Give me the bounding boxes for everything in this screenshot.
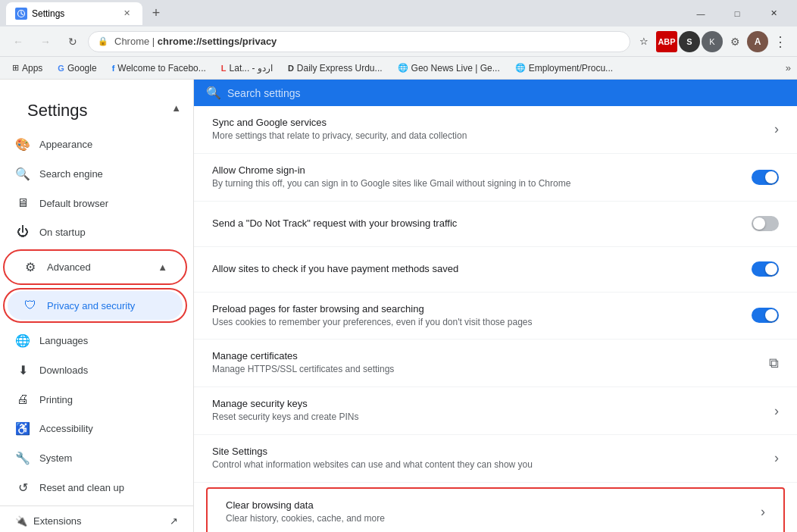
setting-donottrack[interactable]: Send a "Do Not Track" request with your …: [194, 202, 797, 247]
bookmark-facebook-label: Welcome to Facebo...: [117, 63, 206, 74]
setting-site-title: Site Settings: [212, 446, 762, 457]
setting-dnt-text: Send a "Do Not Track" request with your …: [212, 217, 739, 230]
forward-button[interactable]: →: [33, 30, 58, 54]
setting-site-text: Site Settings Control what information w…: [212, 446, 762, 471]
minimize-button[interactable]: —: [683, 0, 718, 27]
setting-signin-action[interactable]: [752, 170, 779, 185]
setting-sync[interactable]: Sync and Google services More settings t…: [194, 106, 797, 154]
sidebar-item-appearance[interactable]: 🎨 Appearance: [0, 130, 187, 159]
window-controls: — □ ✕: [683, 0, 791, 27]
setting-clear-text: Clear browsing data Clear history, cooki…: [226, 499, 749, 525]
tab-favicon: [15, 8, 27, 20]
setting-sync-text: Sync and Google services More settings t…: [212, 117, 762, 142]
ext-icon-1[interactable]: S: [679, 31, 700, 52]
back-button[interactable]: ←: [6, 30, 30, 54]
ext-icon-3[interactable]: ⚙: [724, 31, 745, 52]
facebook-icon: f: [112, 64, 115, 73]
sidebar-scroll-up[interactable]: ▲: [171, 102, 181, 114]
sidebar-item-search-engine[interactable]: 🔍 Search engine: [0, 159, 187, 189]
sidebar-system-label: System: [39, 452, 72, 464]
address-bar[interactable]: 🔒 Chrome | chrome://settings/privacy: [88, 31, 630, 52]
signin-toggle[interactable]: [752, 170, 779, 185]
extensions-external-icon: ↗: [170, 515, 178, 527]
setting-payment[interactable]: Allow sites to check if you have payment…: [194, 247, 797, 293]
settings-list: Sync and Google services More settings t…: [194, 106, 797, 532]
sidebar-title: Settings: [12, 89, 103, 127]
setting-certs-action[interactable]: ⧉: [769, 355, 779, 371]
sidebar: Settings ▲ 🎨 Appearance 🔍 Search engine …: [0, 80, 194, 532]
setting-sync-desc: More settings that relate to privacy, se…: [212, 130, 762, 142]
sidebar-startup-label: On startup: [39, 227, 86, 238]
profile-button[interactable]: A: [747, 31, 768, 52]
sidebar-item-system[interactable]: 🔧 System: [0, 443, 187, 473]
content-area: 🔍 Sync and Google services More settings…: [194, 80, 797, 532]
sidebar-extensions[interactable]: 🔌 Extensions ↗: [0, 505, 193, 532]
setting-payment-title: Allow sites to check if you have payment…: [212, 263, 739, 274]
advanced-icon: ⚙: [23, 260, 38, 274]
bookmark-icon[interactable]: ☆: [633, 31, 655, 52]
bookmark-facebook[interactable]: f Welcome to Facebo...: [106, 61, 212, 75]
setting-certificates[interactable]: Manage certificates Manage HTTPS/SSL cer…: [194, 340, 797, 387]
bookmark-employment[interactable]: 🌐 Employment/Procu...: [509, 61, 619, 75]
setting-site-action: ›: [774, 450, 779, 466]
sidebar-item-privacy[interactable]: 🛡 Privacy and security: [8, 291, 183, 320]
payment-toggle[interactable]: [752, 261, 779, 277]
preload-toggle[interactable]: [752, 308, 779, 323]
sidebar-item-downloads[interactable]: ⬇ Downloads: [0, 355, 187, 385]
maximize-button[interactable]: □: [720, 0, 755, 27]
setting-preload[interactable]: Preload pages for faster browsing and se…: [194, 293, 797, 340]
sidebar-accessibility-label: Accessibility: [39, 423, 93, 434]
setting-clear-browsing[interactable]: Clear browsing data Clear history, cooki…: [208, 489, 783, 532]
nav-bar: ← → ↻ 🔒 Chrome | chrome://settings/priva…: [0, 27, 797, 57]
setting-dnt-action[interactable]: [752, 216, 779, 231]
sidebar-appearance-label: Appearance: [39, 139, 92, 150]
setting-preload-action[interactable]: [752, 308, 779, 323]
bookmarks-bar: ⊞ Apps G Google f Welcome to Facebo... L…: [0, 57, 797, 80]
search-icon: 🔍: [206, 86, 221, 100]
setting-security-keys[interactable]: Manage security keys Reset security keys…: [194, 387, 797, 435]
sidebar-item-accessibility[interactable]: ♿ Accessibility: [0, 414, 187, 443]
printing-icon: 🖨: [15, 393, 30, 406]
setting-clear-title: Clear browsing data: [226, 499, 749, 511]
signin-toggle-thumb: [765, 171, 777, 183]
ext-icon-2[interactable]: K: [702, 31, 723, 52]
sidebar-item-on-startup[interactable]: ⏻ On startup: [0, 217, 187, 246]
bookmark-google[interactable]: G Google: [52, 61, 102, 75]
sidebar-item-printing[interactable]: 🖨 Printing: [0, 385, 187, 414]
main-layout: Settings ▲ 🎨 Appearance 🔍 Search engine …: [0, 80, 797, 532]
bookmarks-more-button[interactable]: »: [786, 62, 791, 74]
sidebar-downloads-label: Downloads: [39, 365, 88, 376]
bookmark-apps[interactable]: ⊞ Apps: [6, 61, 48, 75]
bookmark-lat[interactable]: L Lat... - اردو: [215, 61, 279, 75]
refresh-button[interactable]: ↻: [61, 30, 85, 54]
search-bar: 🔍: [194, 80, 797, 106]
tab-close-button[interactable]: ✕: [120, 7, 133, 20]
payment-toggle-thumb: [765, 263, 777, 275]
sidebar-item-default-browser[interactable]: 🖥 Default browser: [0, 189, 187, 217]
setting-preload-text: Preload pages for faster browsing and se…: [212, 303, 739, 329]
chrome-menu-button[interactable]: ⋮: [770, 31, 791, 52]
setting-site-settings[interactable]: Site Settings Control what information w…: [194, 435, 797, 483]
site-arrow-icon: ›: [774, 450, 779, 466]
dnt-toggle[interactable]: [752, 216, 779, 231]
setting-certs-text: Manage certificates Manage HTTPS/SSL cer…: [212, 350, 757, 376]
reset-icon: ↺: [15, 480, 30, 495]
close-button[interactable]: ✕: [756, 0, 791, 27]
active-tab[interactable]: Settings ✕: [6, 2, 142, 25]
downloads-icon: ⬇: [15, 363, 30, 377]
new-tab-button[interactable]: +: [145, 3, 167, 24]
sidebar-item-reset[interactable]: ↺ Reset and clean up: [0, 473, 187, 502]
setting-dnt-title: Send a "Do Not Track" request with your …: [212, 217, 739, 229]
sidebar-privacy-label: Privacy and security: [47, 300, 135, 311]
bookmark-geo[interactable]: 🌐 Geo News Live | Ge...: [392, 61, 506, 75]
setting-signin[interactable]: Allow Chrome sign-in By turning this off…: [194, 154, 797, 202]
setting-payment-action[interactable]: [752, 261, 779, 277]
search-input[interactable]: [227, 87, 785, 99]
sidebar-item-languages[interactable]: 🌐 Languages: [0, 326, 187, 355]
bookmark-employment-label: Employment/Procu...: [529, 63, 613, 74]
keys-arrow-icon: ›: [774, 403, 779, 419]
extensions-icon: 🔌: [15, 515, 27, 527]
adblock-icon[interactable]: ABP: [656, 31, 677, 52]
bookmark-daily[interactable]: D Daily Express Urdu...: [282, 61, 389, 75]
sidebar-advanced-header[interactable]: ⚙ Advanced ▲: [8, 252, 183, 282]
